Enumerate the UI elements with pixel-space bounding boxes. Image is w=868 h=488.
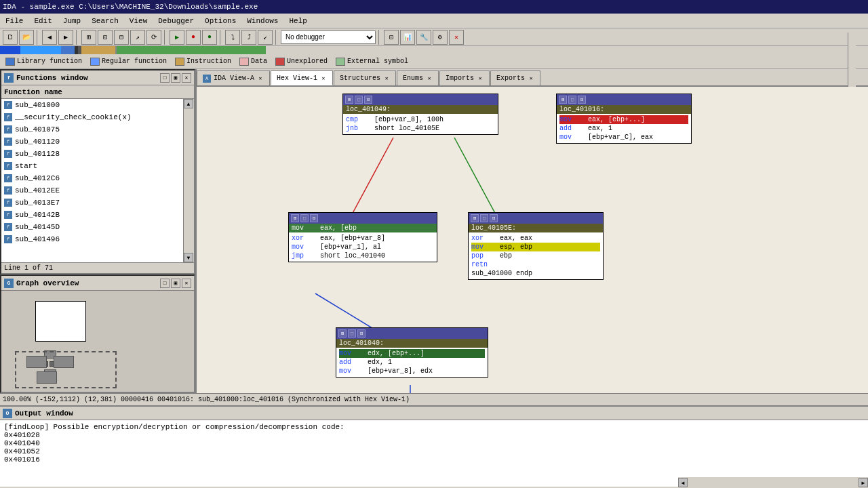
tab-hex-view-1[interactable]: Hex View-1 ✕ bbox=[271, 70, 333, 85]
cb-icon-xor-1[interactable]: ⊞ bbox=[291, 214, 299, 222]
menu-file[interactable]: File bbox=[0, 16, 28, 26]
pb-seg3 bbox=[61, 46, 75, 54]
cb-line-401016-1: mov eax, [ebp+...] bbox=[559, 115, 688, 124]
cb-icon-2[interactable]: ⬚ bbox=[355, 96, 363, 104]
menu-help[interactable]: Help bbox=[283, 16, 312, 26]
tb-step3[interactable]: ↙ bbox=[258, 30, 273, 45]
graph-close-btn[interactable]: ✕ bbox=[182, 279, 191, 288]
tab-close-hex[interactable]: ✕ bbox=[320, 75, 327, 81]
func-item-name: start bbox=[15, 162, 37, 170]
func-list-item[interactable]: fsub_401128 bbox=[1, 148, 183, 160]
cb-icon-xor-2[interactable]: ⬚ bbox=[300, 214, 309, 222]
tab-enums[interactable]: Enums ✕ bbox=[397, 70, 439, 85]
func-list-item[interactable]: fsub_4013E7 bbox=[1, 197, 183, 209]
cb-line-xor-2: mov [ebp+var_1], al bbox=[292, 243, 434, 251]
function-col-header-text: Function name bbox=[4, 88, 62, 96]
ida-view-canvas[interactable]: ⊞ ⬚ ⊡ loc_401049: cmp [ebp+var_8], 100h … bbox=[197, 87, 868, 393]
func-list-item[interactable]: f__security_check_cookie(x) bbox=[1, 111, 183, 123]
tab-exports[interactable]: Exports ✕ bbox=[490, 70, 540, 85]
output-titlebar: O Output window bbox=[0, 407, 868, 420]
func-scrollbar[interactable]: ▲ ▼ bbox=[183, 99, 194, 262]
functions-float-btn[interactable]: □ bbox=[160, 73, 170, 83]
tb-btn11[interactable]: ⚙ bbox=[433, 30, 448, 45]
graph-float-btn[interactable]: □ bbox=[160, 279, 170, 288]
tb-btn5[interactable]: ⊟ bbox=[114, 30, 129, 45]
graph-max-btn[interactable]: ▣ bbox=[171, 279, 180, 288]
tb-btn3[interactable]: ⊞ bbox=[81, 30, 96, 45]
cb-icon-401016-1[interactable]: ⊞ bbox=[559, 96, 567, 104]
cb-icon-401040-1[interactable]: ⊞ bbox=[338, 329, 347, 338]
tb-circle-green[interactable]: ● bbox=[202, 30, 217, 45]
code-block-loc401040[interactable]: ⊞ ⬚ ⊡ loc_401040: mov edx, [ebp+...] add… bbox=[336, 327, 488, 378]
code-block-loc40105e[interactable]: ⊞ ⬚ ⊡ loc_40105E: xor eax, eax mov esp, … bbox=[468, 212, 604, 280]
menu-windows[interactable]: Windows bbox=[241, 16, 283, 26]
output-line: [findLoop] Possible encryption/decryptio… bbox=[4, 423, 864, 431]
func-list-item[interactable]: fsub_4012C6 bbox=[1, 172, 183, 184]
menu-edit[interactable]: Edit bbox=[28, 16, 57, 26]
cb-icon-401040-2[interactable]: ⬚ bbox=[348, 329, 356, 338]
code-block-xor[interactable]: ⊞ ⬚ ⊡ mov eax, [ebp xor eax, [ebp+var_8]… bbox=[288, 212, 437, 262]
func-list-item[interactable]: fsub_401120 bbox=[1, 136, 183, 148]
func-list-item[interactable]: fsub_40145D bbox=[1, 221, 183, 233]
cb-icon-401016-3[interactable]: ⊡ bbox=[578, 96, 586, 104]
tb-btn8[interactable]: ⊡ bbox=[384, 30, 399, 45]
cb-content-401049: cmp [ebp+var_8], 100h jnb short loc_4010… bbox=[343, 114, 498, 134]
tb-step[interactable]: ⤵ bbox=[225, 30, 240, 45]
tb-btn9[interactable]: 📊 bbox=[400, 30, 415, 45]
tb-run[interactable]: ▶ bbox=[170, 30, 184, 45]
menu-view[interactable]: View bbox=[124, 16, 153, 26]
tb-circle-red[interactable]: ● bbox=[186, 30, 201, 45]
tb-new[interactable]: 🗋 bbox=[3, 30, 18, 45]
func-list-item[interactable]: fsub_4012EE bbox=[1, 184, 183, 197]
func-list-item[interactable]: fsub_401000 bbox=[1, 99, 183, 111]
tb-step2[interactable]: ⤴ bbox=[241, 30, 256, 45]
cb-icon-3[interactable]: ⊡ bbox=[364, 96, 372, 104]
tab-close-struct[interactable]: ✕ bbox=[383, 75, 390, 82]
cb-icon-40105e-1[interactable]: ⊞ bbox=[471, 214, 479, 222]
cb-icon-40105e-2[interactable]: ⬚ bbox=[480, 214, 488, 222]
functions-max-btn[interactable]: ▣ bbox=[171, 73, 180, 83]
tab-structures[interactable]: Structures ✕ bbox=[334, 70, 396, 85]
menu-search[interactable]: Search bbox=[86, 16, 124, 26]
tb-btn6[interactable]: ↗ bbox=[130, 30, 145, 45]
tab-close-enums[interactable]: ✕ bbox=[426, 75, 433, 82]
tb-sep1 bbox=[37, 30, 39, 45]
tab-close-imports[interactable]: ✕ bbox=[477, 75, 484, 82]
cb-icon-xor-3[interactable]: ⊡ bbox=[310, 214, 318, 222]
func-list-item[interactable]: fsub_40142B bbox=[1, 209, 183, 221]
tb-btn7[interactable]: ⟳ bbox=[146, 30, 161, 45]
cb-head-401040: loc_401040: bbox=[336, 339, 488, 348]
code-block-loc401049[interactable]: ⊞ ⬚ ⊡ loc_401049: cmp [ebp+var_8], 100h … bbox=[342, 94, 498, 135]
tab-close-ida[interactable]: ✕ bbox=[257, 75, 264, 82]
tab-close-exports[interactable]: ✕ bbox=[528, 75, 534, 82]
tb-back[interactable]: ◀ bbox=[42, 30, 57, 45]
func-list-item[interactable]: fsub_401075 bbox=[1, 123, 183, 136]
debugger-dropdown[interactable]: No debugger bbox=[281, 30, 376, 44]
cb-icon-40105e-3[interactable]: ⊡ bbox=[490, 214, 498, 222]
func-item-name: sub_4013E7 bbox=[15, 199, 60, 207]
output-icon: O bbox=[3, 409, 12, 418]
output-line: 0x401016 bbox=[4, 455, 864, 464]
tb-btn10[interactable]: 🔧 bbox=[416, 30, 431, 45]
scroll-down-btn[interactable]: ▼ bbox=[184, 253, 193, 262]
functions-close-btn[interactable]: ✕ bbox=[182, 73, 191, 83]
tb-forward[interactable]: ▶ bbox=[58, 30, 73, 45]
cb-icon-401040-3[interactable]: ⊡ bbox=[357, 329, 366, 338]
tab-ida-view-a[interactable]: A IDA View-A ✕ bbox=[197, 70, 270, 85]
tb-stop[interactable]: ✕ bbox=[449, 30, 464, 45]
cb-icon-401016-2[interactable]: ⬚ bbox=[568, 96, 576, 104]
menu-jump[interactable]: Jump bbox=[58, 16, 86, 26]
graph-canvas[interactable] bbox=[1, 291, 194, 392]
func-list-item[interactable]: fsub_401496 bbox=[1, 233, 183, 245]
menu-debugger[interactable]: Debugger bbox=[153, 16, 199, 26]
main-area: f Functions window □ ▣ ✕ Function name bbox=[0, 69, 868, 487]
tab-imports[interactable]: Imports ✕ bbox=[439, 70, 490, 85]
scroll-up-btn[interactable]: ▲ bbox=[184, 99, 193, 108]
menu-options[interactable]: Options bbox=[199, 16, 241, 26]
code-block-loc401016[interactable]: ⊞ ⬚ ⊡ loc_401016: mov eax, [ebp+...] add… bbox=[556, 94, 692, 144]
tb-open[interactable]: 📂 bbox=[19, 30, 34, 45]
func-list-item[interactable]: fstart bbox=[1, 160, 183, 172]
tb-btn4[interactable]: ⊡ bbox=[98, 30, 113, 45]
cb-icon-1[interactable]: ⊞ bbox=[345, 96, 353, 104]
func-list[interactable]: fsub_401000f__security_check_cookie(x)fs… bbox=[1, 99, 183, 262]
